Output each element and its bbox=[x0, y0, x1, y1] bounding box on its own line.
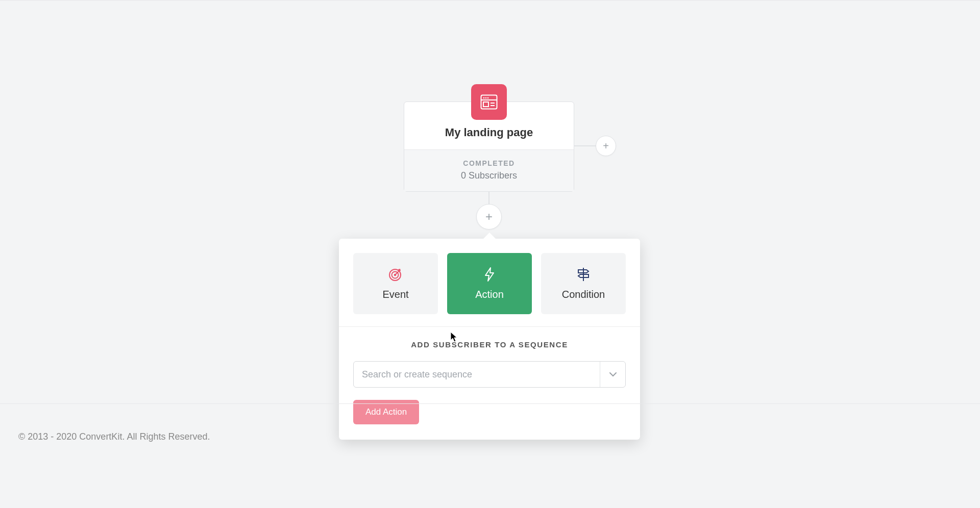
svg-point-2 bbox=[485, 97, 487, 99]
tab-event[interactable]: Event bbox=[353, 253, 438, 314]
svg-point-1 bbox=[483, 97, 485, 99]
connector-right bbox=[574, 145, 596, 146]
automation-canvas: My landing page COMPLETED 0 Subscribers … bbox=[0, 1, 980, 508]
trigger-node[interactable]: My landing page COMPLETED 0 Subscribers bbox=[404, 101, 574, 192]
target-icon bbox=[388, 267, 403, 282]
node-subscribers: 0 Subscribers bbox=[409, 170, 569, 181]
tab-label: Action bbox=[475, 289, 504, 300]
tab-condition[interactable]: Condition bbox=[541, 253, 626, 314]
chevron-down-icon[interactable] bbox=[600, 362, 625, 387]
tab-label: Condition bbox=[562, 289, 605, 300]
bolt-icon bbox=[484, 267, 495, 282]
add-step-below-button[interactable]: + bbox=[476, 204, 502, 230]
plus-icon: + bbox=[603, 140, 609, 152]
step-type-tabs: Event Action Condition bbox=[339, 239, 640, 327]
signpost-icon bbox=[575, 267, 592, 282]
section-title: ADD SUBSCRIBER TO A SEQUENCE bbox=[353, 340, 626, 349]
plus-icon: + bbox=[485, 210, 493, 224]
add-branch-right-button[interactable]: + bbox=[596, 136, 616, 156]
svg-point-3 bbox=[487, 97, 489, 99]
tab-action[interactable]: Action bbox=[447, 253, 532, 314]
landing-page-icon bbox=[471, 84, 507, 120]
footer-copyright: © 2013 - 2020 ConvertKit. All Rights Res… bbox=[0, 403, 980, 470]
svg-rect-5 bbox=[483, 102, 488, 107]
node-status: COMPLETED bbox=[409, 159, 569, 167]
node-meta: COMPLETED 0 Subscribers bbox=[404, 150, 574, 191]
sequence-select[interactable] bbox=[353, 361, 626, 388]
sequence-search-input[interactable] bbox=[354, 362, 600, 387]
tab-label: Event bbox=[382, 289, 408, 300]
